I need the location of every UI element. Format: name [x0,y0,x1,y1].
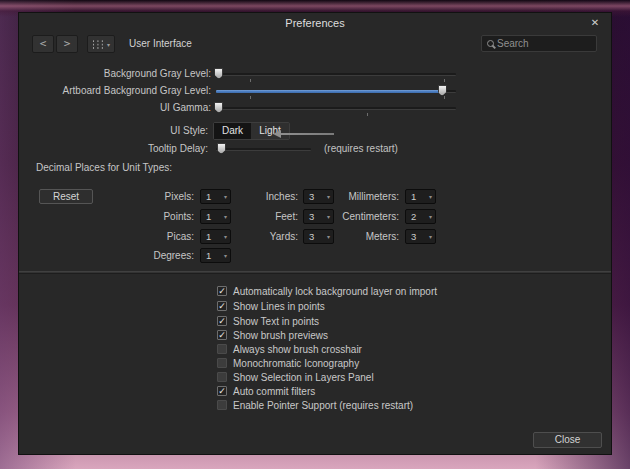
slider-tick [444,79,445,82]
section-divider [19,271,611,274]
search-box[interactable] [481,35,597,52]
search-input[interactable] [497,38,582,49]
pixels-label: Pixels: [79,189,194,204]
yards-label: Yards: [219,229,298,244]
slider-thumb[interactable] [217,143,226,154]
checkbox[interactable]: ✓ [217,386,227,396]
search-icon [487,40,494,47]
checkbox-row: ✓ Show brush previews [19,330,611,341]
grid-icon [91,39,104,49]
units-row: Pixels: 1 ▾ Inches: 3 ▾ Millimeters: 1 ▾ [19,189,611,204]
slider-tick [444,96,445,99]
chevron-down-icon: ▾ [429,213,435,220]
checkbox-label: Monochromatic Iconography [233,358,359,369]
checkbox-label: Enable Pointer Support (requires restart… [233,400,413,411]
checkbox-row: Enable Pointer Support (requires restart… [19,400,611,411]
meters-dropdown[interactable]: 3 ▾ [405,229,436,244]
slider-tick [250,79,251,82]
checkbox-row: Always show brush crosshair [19,344,611,355]
forward-button[interactable]: > [56,35,78,53]
arrow-left-annotation-icon [273,130,335,138]
checkbox-row: ✓ Auto commit filters [19,386,611,397]
slider-thumb[interactable] [214,68,223,79]
degrees-label: Degrees: [79,248,194,263]
checkbox[interactable]: ✓ [217,286,227,296]
units-row: Picas: 1 ▾ Yards: 3 ▾ Meters: 3 ▾ [19,229,611,244]
slider-track [216,73,456,76]
units-row: Points: 1 ▾ Feet: 3 ▾ Centimeters: 2 ▾ [19,209,611,224]
close-icon[interactable]: ✕ [588,16,602,30]
ui-gamma-slider[interactable] [216,100,456,116]
slider-thumb[interactable] [214,102,223,113]
artboard-gray-slider[interactable] [216,83,456,99]
slider-tick [367,113,368,116]
slider-fill [216,90,442,93]
checkbox[interactable]: ✓ [217,316,227,326]
checkbox-label: Show Selection in Layers Panel [233,372,374,383]
sections-grid-button[interactable]: ▾ [87,35,115,53]
chevron-down-icon: ▾ [429,193,435,200]
checkbox-row: Monochromatic Iconography [19,358,611,369]
forward-icon: > [64,37,71,50]
ui-style-dark-button[interactable]: Dark [214,123,251,139]
chevron-down-icon: ▾ [429,233,435,240]
feet-label: Feet: [219,209,298,224]
points-label: Points: [79,209,194,224]
section-title: User Interface [129,35,192,53]
millimeters-value: 1 [406,190,429,203]
background-gray-slider[interactable] [216,66,456,82]
checkbox[interactable]: ✓ [217,330,227,340]
checkbox-row: ✓ Show Text in points [19,316,611,327]
ui-gamma-label: UI Gamma: [19,100,211,116]
tooltip-delay-slider[interactable] [216,141,311,157]
checkbox-label: Show Text in points [233,316,319,327]
close-button[interactable]: Close [533,432,602,448]
chevron-down-icon: ▾ [224,252,230,259]
slider-track [216,148,311,151]
title-bar: Preferences ✕ [19,13,611,33]
slider-thumb[interactable] [438,85,447,96]
preferences-dialog: Preferences ✕ < > ▾ User Interface Backg… [18,12,612,455]
checkbox[interactable]: ✓ [217,301,227,311]
checkbox-label: Automatically lock background layer on i… [233,286,437,297]
picas-label: Picas: [79,229,194,244]
back-button[interactable]: < [32,35,54,53]
slider-track [216,90,456,93]
checkbox[interactable] [217,372,227,382]
checkbox-row: ✓ Automatically lock background layer on… [19,286,611,297]
checkbox[interactable] [217,358,227,368]
centimeters-dropdown[interactable]: 2 ▾ [405,209,436,224]
artboard-gray-label: Artboard Background Gray Level: [19,83,211,99]
requires-restart-note: (requires restart) [324,141,398,157]
checkbox-label: Auto commit filters [233,386,315,397]
dialog-title: Preferences [19,13,611,33]
background-gray-label: Background Gray Level: [19,66,211,82]
checkbox-row: ✓ Show Lines in points [19,301,611,312]
inches-label: Inches: [219,189,298,204]
meters-label: Meters: [309,229,399,244]
checkbox-label: Show Lines in points [233,301,325,312]
checkbox[interactable] [217,400,227,410]
checkbox-row: Show Selection in Layers Panel [19,372,611,383]
decimal-section-title: Decimal Places for Unit Types: [36,162,172,173]
degrees-dropdown[interactable]: 1 ▾ [200,248,231,263]
ui-style-label: UI Style: [19,123,208,139]
chevron-down-icon: ▾ [107,41,110,48]
checkbox-label: Always show brush crosshair [233,344,362,355]
checkbox[interactable] [217,344,227,354]
background-gray-row: Background Gray Level: [19,66,611,82]
millimeters-label: Millimeters: [309,189,399,204]
millimeters-dropdown[interactable]: 1 ▾ [405,189,436,204]
checkbox-label: Show brush previews [233,330,328,341]
units-row: Degrees: 1 ▾ [19,248,611,263]
ui-gamma-row: UI Gamma: [19,100,611,116]
back-icon: < [40,37,47,50]
ui-style-row: UI Style: Dark Light [19,123,611,139]
meters-value: 3 [406,230,429,243]
tooltip-delay-row: Tooltip Delay: (requires restart) [19,141,611,157]
artboard-gray-row: Artboard Background Gray Level: [19,83,611,99]
centimeters-value: 2 [406,210,429,223]
degrees-value: 1 [201,249,224,262]
centimeters-label: Centimeters: [309,209,399,224]
slider-track [216,107,456,110]
